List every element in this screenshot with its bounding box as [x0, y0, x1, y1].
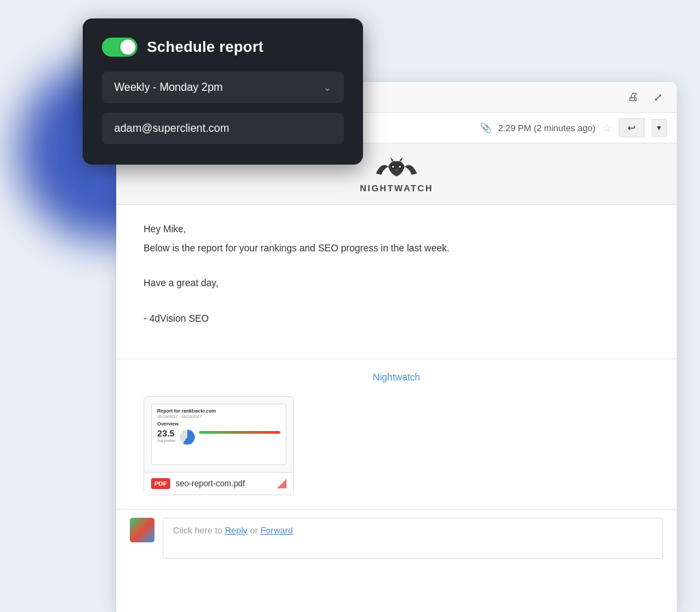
svg-point-2 — [392, 166, 394, 168]
reply-link[interactable]: Reply — [225, 525, 247, 536]
preview-donut-chart — [180, 430, 195, 445]
svg-point-3 — [399, 166, 401, 168]
frequency-value: Weekly - Monday 2pm — [114, 81, 223, 94]
email-divider — [116, 359, 677, 359]
chevron-down-icon: ⌄ — [323, 82, 332, 93]
print-button[interactable]: 🖨 — [623, 87, 643, 107]
email-time: 2:29 PM (2 minutes ago) — [498, 123, 595, 133]
attachment-preview-inner: Report for ranktrackr.com 05/16/2017 - 0… — [151, 404, 286, 465]
nightwatch-icon — [376, 154, 417, 179]
frequency-dropdown[interactable]: Weekly - Monday 2pm ⌄ — [102, 72, 344, 103]
schedule-toggle[interactable] — [102, 38, 137, 57]
email-line2: Have a great day, — [144, 275, 649, 292]
email-body: Hey Mike, Below is the report for your r… — [116, 205, 677, 346]
attachment-corner-fold — [277, 479, 286, 488]
nightwatch-link[interactable]: Nightwatch — [116, 372, 677, 382]
attachment-icon: 📎 — [480, 122, 492, 133]
preview-stats: 23.5 Avg position — [157, 428, 280, 445]
preview-title: Report for ranktrackr.com — [157, 408, 280, 413]
reply-or-text: or — [247, 525, 260, 536]
nightwatch-brand-name: NIGHTWATCH — [360, 183, 433, 193]
reply-placeholder-text: Click here to — [173, 525, 225, 536]
reply-button[interactable]: ↩ — [619, 118, 645, 137]
reply-input[interactable]: Click here to Reply or Forward — [163, 518, 663, 559]
pdf-attachment[interactable]: Report for ranktrackr.com 05/16/2017 - 0… — [144, 396, 294, 495]
expand-button[interactable]: ⤢ — [648, 87, 667, 107]
preview-small-text: Avg position — [157, 439, 176, 443]
preview-date: 05/16/2017 - 05/23/2017 — [157, 415, 280, 419]
schedule-title: Schedule report — [147, 38, 263, 56]
preview-number: 23.5 — [157, 428, 176, 439]
attachment-footer: PDF seo-report-com.pdf — [144, 472, 293, 495]
email-value: adam@superclient.com — [114, 122, 229, 134]
pdf-badge: PDF — [151, 478, 170, 489]
attachment-preview: Report for ranktrackr.com 05/16/2017 - 0… — [144, 397, 293, 472]
attachment-filename: seo-report-com.pdf — [176, 479, 245, 488]
reply-area: Click here to Reply or Forward — [116, 509, 677, 567]
toggle-track — [102, 38, 137, 57]
schedule-report-popup: Schedule report Weekly - Monday 2pm ⌄ ad… — [83, 18, 363, 165]
preview-bar — [199, 431, 280, 434]
email-signature: - 4dVision SEO — [144, 311, 649, 327]
toggle-thumb — [120, 40, 135, 55]
preview-bar-chart — [199, 428, 280, 434]
user-avatar — [130, 518, 154, 542]
nightwatch-logo: NIGHTWATCH — [360, 154, 433, 193]
email-greeting: Hey Mike, — [144, 221, 649, 238]
email-input[interactable]: adam@superclient.com — [102, 113, 344, 144]
email-line1: Below is the report for your rankings an… — [144, 240, 649, 257]
star-icon[interactable]: ☆ — [602, 122, 612, 135]
forward-link[interactable]: Forward — [260, 525, 293, 536]
schedule-header: Schedule report — [102, 38, 344, 57]
reply-dropdown-button[interactable]: ▾ — [651, 119, 667, 137]
preview-overview: Overview — [157, 421, 280, 426]
